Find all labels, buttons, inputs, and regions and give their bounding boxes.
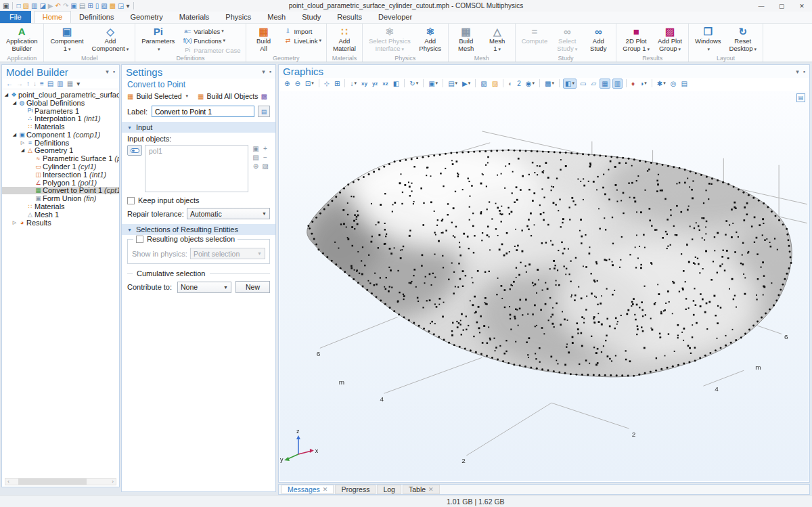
create-selection-icon[interactable]: ▨ bbox=[261, 162, 270, 171]
tree-item-interpolation-1[interactable]: ∴Interpolation 1(int1) bbox=[2, 114, 119, 123]
tab-messages[interactable]: Messages✕ bbox=[281, 485, 334, 494]
tree-item-geometry-1[interactable]: ◢△Geometry 1 bbox=[2, 147, 119, 155]
scroll-left-icon[interactable]: ‹ bbox=[5, 479, 12, 485]
mesh-1-button[interactable]: △Mesh1▾ bbox=[482, 25, 512, 55]
pin-icon[interactable]: ▪ bbox=[113, 68, 115, 75]
tree-item-parametric-surface-1[interactable]: ≈Parametric Surface 1(ps1) bbox=[2, 154, 119, 162]
maximize-button[interactable]: ▢ bbox=[771, 0, 792, 12]
tree-item-materials[interactable]: ∷Materials bbox=[2, 202, 119, 211]
tree-menu-caret[interactable]: ▾ bbox=[76, 80, 80, 87]
export-3d-icon[interactable]: ▶▾ bbox=[461, 79, 472, 88]
save-as-icon[interactable]: ◪ bbox=[39, 2, 45, 9]
tab-progress[interactable]: Progress bbox=[335, 485, 376, 494]
plot-thumbnail-icon[interactable]: ▤ bbox=[796, 93, 805, 102]
tree-item-definitions[interactable]: ▷≡Definitions bbox=[2, 139, 119, 147]
zoom-in-icon[interactable]: ⊕ bbox=[283, 79, 291, 88]
menu-tab-definitions[interactable]: Definitions bbox=[71, 11, 122, 23]
windows-button[interactable]: ❐Windows▾ bbox=[692, 25, 725, 55]
menu-tab-study[interactable]: Study bbox=[294, 11, 329, 23]
label-input[interactable] bbox=[152, 106, 254, 117]
minimize-button[interactable]: — bbox=[751, 0, 771, 12]
show-axes-icon[interactable]: ▱ bbox=[589, 79, 597, 88]
tree-item-cylinder-1[interactable]: ▭Cylinder 1(cyl1) bbox=[2, 162, 119, 171]
add-plot-group-button[interactable]: ▨Add PlotGroup▾ bbox=[654, 25, 685, 55]
model-tree-hscrollbar[interactable]: ‹ › bbox=[5, 478, 116, 485]
selection-color-icon[interactable]: ♦ bbox=[630, 79, 636, 88]
reset-desktop-button[interactable]: ↻ResetDesktop▾ bbox=[726, 25, 760, 55]
application-builder-button[interactable]: AApplicationBuilder bbox=[3, 25, 41, 55]
new-button[interactable]: New bbox=[235, 281, 270, 293]
variables-button[interactable]: a=Variables▾ bbox=[179, 26, 242, 36]
view-yz-icon[interactable]: yz bbox=[371, 80, 379, 87]
zoom-out-icon[interactable]: ⊖ bbox=[293, 79, 301, 88]
copy-selection-icon[interactable]: ▣ bbox=[251, 145, 261, 154]
tab-table[interactable]: Table✕ bbox=[403, 485, 440, 494]
input-objects-list[interactable]: pol1 bbox=[145, 145, 248, 192]
selection-list-icon[interactable]: ▩ bbox=[261, 93, 267, 100]
contribute-to-dropdown[interactable]: None ▼ bbox=[177, 282, 231, 293]
highlight-icon[interactable]: ▩ bbox=[110, 2, 116, 9]
tree-item-component-1[interactable]: ◢▣Component 1(comp1) bbox=[2, 131, 119, 139]
repair-tolerance-dropdown[interactable]: Automatic ▼ bbox=[187, 208, 270, 219]
section-collapse-icon[interactable]: ▼ bbox=[127, 125, 132, 130]
move-up-icon[interactable]: ↑ bbox=[26, 80, 30, 87]
tree-item-point-cloud-parametric-surface-cylinder-cutout-mph[interactable]: ◢❖point_cloud_parametric_surface_cylinde… bbox=[2, 91, 119, 99]
build-selected-button[interactable]: Build Selected bbox=[136, 92, 181, 100]
zoom-extents-icon[interactable]: ⊞ bbox=[333, 79, 341, 88]
select-entities-icon[interactable]: ▧ bbox=[479, 79, 488, 88]
menu-tab-results[interactable]: Results bbox=[329, 11, 370, 23]
menu-tab-materials[interactable]: Materials bbox=[171, 11, 218, 23]
expanded-arrow-icon[interactable]: ◢ bbox=[20, 148, 26, 153]
functions-button[interactable]: f(x)Functions▾ bbox=[179, 36, 242, 45]
nav-back-icon[interactable]: ← bbox=[6, 80, 13, 87]
component-1-button[interactable]: ▣Component1▾ bbox=[47, 25, 87, 55]
delete-icon[interactable]: ▯ bbox=[95, 2, 99, 9]
image-snapshot-menu-icon[interactable]: ▤▾ bbox=[447, 79, 459, 88]
scroll-right-icon[interactable]: › bbox=[110, 479, 116, 485]
build-selected-caret-icon[interactable]: ▾ bbox=[186, 93, 189, 99]
build-all-button[interactable]: ▦BuildAll bbox=[249, 25, 279, 55]
menu-tab-home[interactable]: Home bbox=[34, 11, 71, 23]
undo-icon[interactable]: ↶ bbox=[55, 2, 61, 9]
show-grid-icon[interactable]: ▭ bbox=[579, 79, 587, 88]
scene-light-icon[interactable]: ▦ bbox=[600, 79, 610, 89]
duplicate-icon[interactable]: ⊞ bbox=[87, 2, 93, 9]
save-icon[interactable]: ▥ bbox=[31, 2, 37, 9]
qat-menu-caret[interactable]: ▾ bbox=[127, 2, 130, 9]
graphics-canvas[interactable]: 6 m 4 2 2 4 m 6 z x y ▤ bbox=[279, 91, 809, 481]
view-xy-icon[interactable]: xy bbox=[360, 80, 369, 87]
panel-menu-caret-icon[interactable]: ▾ bbox=[262, 68, 265, 75]
section-input[interactable]: ▼ Input bbox=[122, 122, 275, 133]
move-down-icon[interactable]: ↓ bbox=[33, 80, 37, 87]
zoom-box-icon[interactable]: ⊡▾ bbox=[304, 79, 315, 88]
zoom-selection-icon[interactable]: ◲ bbox=[118, 2, 124, 9]
transparency-icon[interactable]: ◐ bbox=[507, 79, 514, 88]
close-tab-icon[interactable]: ✕ bbox=[323, 486, 328, 493]
build-mesh-button[interactable]: ▦BuildMesh bbox=[451, 25, 481, 55]
import-button[interactable]: ⇩Import bbox=[280, 26, 323, 36]
camera-icon[interactable]: ◎ bbox=[669, 79, 678, 88]
open-file-icon[interactable]: ▨ bbox=[23, 2, 29, 9]
mirror-view-icon[interactable]: ◧ bbox=[392, 79, 401, 88]
expanded-arrow-icon[interactable]: ◢ bbox=[12, 100, 18, 106]
view-xz-icon[interactable]: xz bbox=[381, 80, 389, 87]
active-selection-toggle[interactable] bbox=[127, 145, 142, 156]
section-collapse-icon[interactable]: ▼ bbox=[127, 227, 132, 232]
pin-icon[interactable]: ▪ bbox=[803, 68, 805, 75]
menu-tab-file[interactable]: File bbox=[0, 11, 31, 23]
tree-item-results[interactable]: ▷◕Results bbox=[2, 219, 119, 227]
expanded-arrow-icon[interactable]: ◢ bbox=[3, 92, 9, 97]
input-object-item[interactable]: pol1 bbox=[149, 147, 244, 155]
view-visibility-icon[interactable]: ◉▾ bbox=[524, 79, 536, 88]
resulting-objects-selection-checkbox[interactable] bbox=[136, 236, 143, 243]
zoom-to-selection-icon[interactable]: ⊕ bbox=[251, 162, 261, 171]
show-label-id-button[interactable]: ▤ bbox=[258, 106, 270, 117]
tree-item-form-union[interactable]: ▣Form Union(fin) bbox=[2, 194, 119, 202]
orthographic-projection-icon[interactable]: ▥ bbox=[612, 79, 623, 89]
print-icon[interactable]: ▤ bbox=[679, 79, 688, 88]
build-all-objects-button[interactable]: Build All Objects bbox=[207, 92, 258, 100]
new-file-icon[interactable]: □ bbox=[16, 2, 20, 9]
tree-item-convert-to-point-1[interactable]: ▦Convert to Point 1(cpt1) bbox=[2, 187, 119, 195]
redo-icon[interactable]: ↷ bbox=[63, 2, 68, 9]
close-button[interactable]: ✕ bbox=[792, 0, 812, 12]
